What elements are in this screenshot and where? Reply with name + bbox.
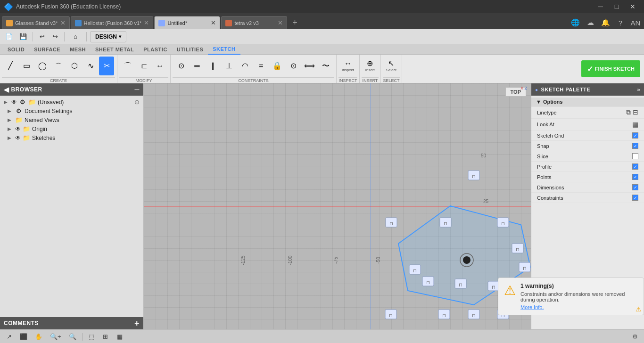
tab-glasses-stand[interactable]: Glasses Stand v3* ✕ [2,16,70,29]
design-mode-button[interactable]: DESIGN ▾ [90,31,126,42]
tree-item-doc-settings[interactable]: ▶ ⚙ Document Settings [0,106,143,115]
mid-tool[interactable]: ⊙ [286,57,301,75]
spline-tool[interactable]: ∿ [83,57,98,75]
linetype-action2[interactable]: ⊟ [633,108,638,116]
sketch-grid-checkbox[interactable]: ✓ [632,132,638,139]
design-btn-arrow: ▾ [119,34,121,39]
palette-options-header[interactable]: ▼ Options [531,98,644,106]
dimensions-checkbox[interactable]: ✓ [632,184,638,190]
tab-cloud-button[interactable]: ☁ [584,16,597,29]
folder-icon-root: 📁 [28,98,36,106]
perp-tool[interactable]: ⊥ [222,57,237,75]
warning-link[interactable]: More Info. [520,304,638,310]
statusbar-record-button[interactable]: ⬛ [18,332,29,342]
tangent-tool[interactable]: ◠ [238,57,253,75]
new-document-button[interactable]: 📄 [3,31,15,42]
mode-tab-mesh[interactable]: MESH [65,44,91,55]
polygon-tool[interactable]: ⬡ [67,57,82,75]
mode-tab-sketch[interactable]: SKETCH [208,44,240,55]
mode-tab-utilities[interactable]: UTILITIES [172,44,208,55]
tab-add-button[interactable]: + [288,16,301,29]
tab-help-button[interactable]: ? [614,16,627,29]
tab-close-untitled[interactable]: ✕ [211,19,216,26]
mode-tab-surface[interactable]: SURFACE [29,44,65,55]
home-button[interactable]: ⌂ [68,31,83,42]
tab-icon-glasses [6,20,13,26]
line-tool[interactable]: ╱ [3,57,18,75]
statusbar-settings-button[interactable]: ⚙ [630,332,640,342]
offset-tool[interactable]: ⊏ [136,57,151,75]
tab-account-button[interactable]: AN [629,16,642,29]
sketch-palette-header: ● SKETCH PALETTE » [531,83,644,96]
statusbar-display-button[interactable]: ▦ [115,332,125,342]
comments-bar: COMMENTS + [0,317,143,329]
lookat-action[interactable]: ▦ [632,121,638,128]
statusbar-compass-button[interactable]: ↗ [4,332,14,342]
snap-checkbox[interactable]: ✓ [632,143,638,149]
tree-item-sketches[interactable]: ▶ 👁 📁 Sketches [0,133,143,142]
fillet-tool[interactable]: ⌒ [120,57,135,75]
close-button[interactable]: ✕ [625,2,640,11]
fix-tool[interactable]: 🔒 [270,57,285,75]
profile-checkbox[interactable]: ✓ [632,163,638,170]
select-tool[interactable]: ↖ Select [384,57,399,75]
tree-item-root[interactable]: ▶ 👁 ⚙ 📁 (Unsaved) ⊙ [0,98,143,106]
tab-close-glasses[interactable]: ✕ [60,19,66,26]
browser-close-icon[interactable]: ─ [135,86,140,93]
palette-expand-icon[interactable]: » [637,87,640,92]
comments-add-button[interactable]: + [134,318,140,328]
visibility-icon-root[interactable]: 👁 [11,99,17,106]
maximize-button[interactable]: □ [609,2,624,11]
curv-icon: 〜 [322,62,330,70]
tree-item-named-views[interactable]: ▶ 📁 Named Views [0,115,143,124]
mode-tab-sheetmetal[interactable]: SHEET METAL [91,44,139,55]
curv-tool[interactable]: 〜 [318,57,333,75]
coincident-tool[interactable]: ⊙ [173,57,189,75]
sidebar: ◀ BROWSER ─ ▶ 👁 ⚙ 📁 (Unsaved) ⊙ ▶ ⚙ Docu… [0,83,144,329]
statusbar-grid-button[interactable]: ⊞ [100,332,111,342]
trim-tool[interactable]: ✂ [99,57,114,75]
undo-button[interactable]: ↩ [36,31,48,42]
viewport[interactable]: 50 25 -125 -100 -75 -50 ⊓ ⊓ [144,83,644,329]
statusbar-zoom-in-button[interactable]: 🔍+ [48,332,63,342]
tab-heliostat[interactable]: Heliostat (Fusion 360 v1* ✕ [71,16,154,29]
tree-item-origin[interactable]: ▶ 👁 📁 Origin [0,124,143,133]
tree-action-settings[interactable]: ⊙ [134,98,140,106]
statusbar-pan-button[interactable]: ✋ [33,332,44,342]
statusbar-zoom-button[interactable]: 🔍 [67,332,78,342]
browser-collapse-icon[interactable]: ◀ [4,86,9,93]
visibility-icon-origin[interactable]: 👁 [15,126,21,132]
palette-row-profile: Profile ✓ [531,162,644,172]
minimize-button[interactable]: ─ [593,2,608,11]
trim-icon: ✂ [104,62,110,70]
gear-icon-root[interactable]: ⚙ [19,98,26,106]
finish-sketch-button[interactable]: ✓ FINISH SKETCH [581,60,640,77]
linetype-action1[interactable]: ⧉ [626,108,631,116]
save-button[interactable]: 💾 [17,31,29,42]
mode-tab-plastic[interactable]: PLASTIC [139,44,172,55]
tab-notification-button[interactable]: 🔔 [599,16,612,29]
insert-tool[interactable]: ⊕ Insert [363,57,378,75]
sym-tool[interactable]: ⟺ [302,57,317,75]
tab-close-tetra[interactable]: ✕ [278,19,283,26]
arc-tool[interactable]: ⌒ [51,57,66,75]
mirror-tool[interactable]: ↔ [152,57,167,75]
parallel-tool[interactable]: ∥ [206,57,221,75]
mode-tab-solid[interactable]: SOLID [3,44,29,55]
circle-tool[interactable]: ◯ [35,57,50,75]
tab-untitled[interactable]: Untitled* ✕ [154,16,220,29]
inspect-tool[interactable]: ↔ Inspect [339,57,356,75]
redo-button[interactable]: ↪ [50,31,61,42]
visibility-icon-sketches[interactable]: 👁 [15,135,21,141]
equal-tool[interactable]: = [254,57,269,75]
slice-checkbox[interactable] [632,153,638,159]
collinear-tool[interactable]: ═ [190,57,205,75]
select-tools: ↖ Select [383,55,400,77]
tab-tetra[interactable]: tetra v2 v3 ✕ [221,16,287,29]
constraints-checkbox[interactable]: ✓ [632,195,638,201]
tab-online-button[interactable]: 🌐 [569,16,582,29]
tab-close-heliostat[interactable]: ✕ [144,19,149,26]
rect-tool[interactable]: ▭ [19,57,34,75]
statusbar-frame-button[interactable]: ⬚ [86,332,97,342]
points-checkbox[interactable]: ✓ [632,174,638,180]
